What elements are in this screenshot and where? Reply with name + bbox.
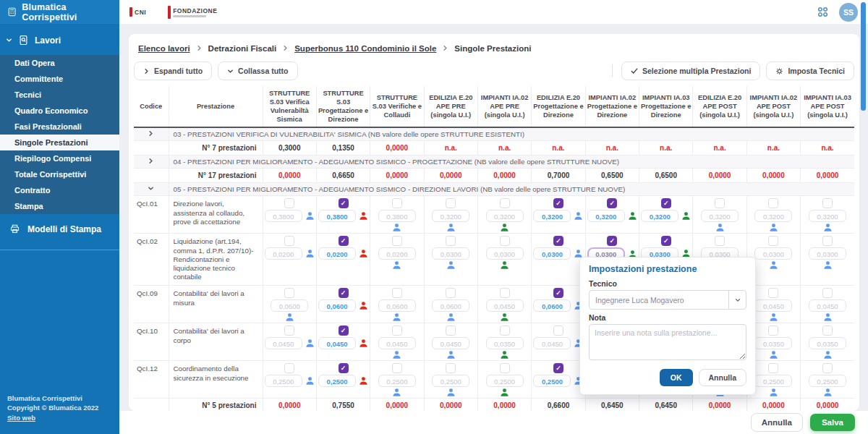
vertical-scrollbar[interactable] <box>861 2 866 111</box>
prestazione-checkbox[interactable] <box>607 236 617 246</box>
technician-icon[interactable] <box>392 260 401 270</box>
technician-icon[interactable] <box>574 211 583 221</box>
technician-icon[interactable] <box>823 350 833 359</box>
nota-textarea[interactable] <box>589 324 746 360</box>
prestazione-checkbox[interactable] <box>339 326 349 336</box>
prestazione-value[interactable]: 0,2500 <box>754 375 792 387</box>
prestazione-value[interactable]: 0,0350 <box>486 337 524 349</box>
prestazione-value[interactable]: 0,3200 <box>533 210 571 222</box>
prestazione-checkbox[interactable] <box>284 236 294 246</box>
prestazione-checkbox[interactable] <box>284 363 294 373</box>
technician-icon[interactable] <box>769 312 778 322</box>
technician-icon[interactable] <box>446 312 456 322</box>
prestazione-checkbox[interactable] <box>661 198 671 208</box>
prestazione-value[interactable]: 0,3200 <box>641 210 678 222</box>
prestazione-checkbox[interactable] <box>339 198 349 208</box>
prestazione-checkbox[interactable] <box>715 236 725 246</box>
prestazione-value[interactable]: 0,3200 <box>486 210 524 222</box>
prestazione-checkbox[interactable] <box>607 198 617 208</box>
prestazione-value[interactable]: 0,0450 <box>318 337 356 349</box>
set-technicians-button[interactable]: Imposta Tecnici <box>766 61 854 80</box>
prestazione-checkbox[interactable] <box>339 236 349 246</box>
prestazione-checkbox[interactable] <box>822 363 833 373</box>
prestazione-checkbox[interactable] <box>768 236 778 246</box>
prestazione-checkbox[interactable] <box>392 363 402 373</box>
technician-icon[interactable] <box>500 312 509 322</box>
prestazione-value[interactable]: 0,0300 <box>809 247 846 260</box>
prestazione-value[interactable]: 0,2500 <box>265 375 302 387</box>
prestazione-checkbox[interactable] <box>446 363 456 373</box>
prestazione-checkbox[interactable] <box>661 236 671 246</box>
sidebar-item-lavori[interactable]: Lavori <box>0 24 119 55</box>
prestazione-value[interactable]: 0,0300 <box>432 247 469 260</box>
prestazione-value[interactable]: 0,0600 <box>318 299 356 312</box>
prestazione-value[interactable]: 0,0350 <box>809 337 846 349</box>
prestazione-value[interactable]: 0,2500 <box>432 375 469 387</box>
prestazione-value[interactable]: 0,0450 <box>533 337 571 349</box>
prestazione-value[interactable]: 0,2500 <box>318 375 356 387</box>
prestazione-checkbox[interactable] <box>284 198 294 208</box>
technician-icon[interactable] <box>392 388 401 397</box>
prestazione-value[interactable]: 0,0200 <box>265 247 302 260</box>
prestazione-value[interactable]: 0,3800 <box>378 210 416 222</box>
prestazione-checkbox[interactable] <box>768 198 778 208</box>
technician-icon[interactable] <box>305 211 315 221</box>
technician-icon[interactable] <box>500 350 509 359</box>
avatar[interactable]: SS <box>839 3 858 22</box>
prestazione-value[interactable]: 0,3200 <box>587 210 625 222</box>
collapse-all-button[interactable]: Collassa tutto <box>218 61 297 80</box>
prestazione-value[interactable]: 0,3200 <box>432 210 469 222</box>
technician-icon[interactable] <box>715 223 725 232</box>
prestazione-checkbox[interactable] <box>339 288 349 298</box>
prestazione-checkbox[interactable] <box>446 198 456 208</box>
technician-icon[interactable] <box>823 388 833 397</box>
popup-cancel-button[interactable]: Annulla <box>699 369 747 386</box>
prestazione-checkbox[interactable] <box>500 288 510 298</box>
prestazione-checkbox[interactable] <box>446 288 456 298</box>
technician-icon[interactable] <box>446 350 456 359</box>
technician-icon[interactable] <box>359 339 368 348</box>
prestazione-value[interactable]: 0,0300 <box>486 247 524 260</box>
sidebar-item-riepilogo-compensi[interactable]: Riepilogo Compensi <box>0 150 119 166</box>
multi-select-button[interactable]: Selezione multipla Prestazioni <box>621 61 761 80</box>
prestazione-checkbox[interactable] <box>500 363 510 373</box>
technician-icon[interactable] <box>681 211 691 221</box>
prestazione-checkbox[interactable] <box>715 198 725 208</box>
prestazione-value[interactable]: 0,0450 <box>486 299 524 312</box>
technician-icon[interactable] <box>359 211 368 221</box>
prestazione-value[interactable]: 0,0450 <box>809 299 846 312</box>
technician-icon[interactable] <box>628 211 637 221</box>
ok-button[interactable]: OK <box>660 369 693 386</box>
prestazione-checkbox[interactable] <box>500 198 510 208</box>
sidebar-item-stampa[interactable]: Stampa <box>0 198 119 214</box>
prestazione-checkbox[interactable] <box>284 326 294 336</box>
prestazione-value[interactable]: 0,3200 <box>754 210 792 222</box>
breadcrumb-item[interactable]: Elenco lavori <box>138 44 190 53</box>
prestazione-value[interactable]: 0,0200 <box>318 247 356 260</box>
technician-icon[interactable] <box>446 223 456 232</box>
site-web-link[interactable]: Sito web <box>7 413 98 422</box>
prestazione-checkbox[interactable] <box>500 326 510 336</box>
prestazione-value[interactable]: 0,0200 <box>378 247 416 260</box>
prestazione-checkbox[interactable] <box>446 236 456 246</box>
sidebar-item-dati-opera[interactable]: Dati Opera <box>0 55 119 71</box>
technician-icon[interactable] <box>359 249 368 258</box>
technician-icon[interactable] <box>446 260 456 270</box>
technician-icon[interactable] <box>392 350 401 359</box>
prestazione-value[interactable]: 0,2500 <box>378 375 416 387</box>
tecnico-select[interactable]: Ingegnere Luca Mogavero <box>589 290 746 310</box>
prestazione-value[interactable]: 0,3200 <box>809 210 846 222</box>
technician-icon[interactable] <box>500 223 509 232</box>
prestazione-checkbox[interactable] <box>392 198 402 208</box>
technician-icon[interactable] <box>392 223 401 232</box>
prestazione-checkbox[interactable] <box>553 288 563 298</box>
sidebar-item-modelli-di-stampa[interactable]: Modelli di Stampa <box>0 214 119 244</box>
technician-icon[interactable] <box>305 376 315 386</box>
sidebar-item-fasi-prestazionali[interactable]: Fasi Prestazionali <box>0 119 119 135</box>
prestazione-value[interactable]: 0,0450 <box>432 337 469 349</box>
sidebar-item-totale-corrispettivi[interactable]: Totale Corrispettivi <box>0 166 119 182</box>
prestazione-value[interactable]: 0,3800 <box>265 210 302 222</box>
prestazione-checkbox[interactable] <box>339 363 349 373</box>
save-button[interactable]: Salva <box>810 414 855 431</box>
prestazione-value[interactable]: 0,2500 <box>486 375 524 387</box>
